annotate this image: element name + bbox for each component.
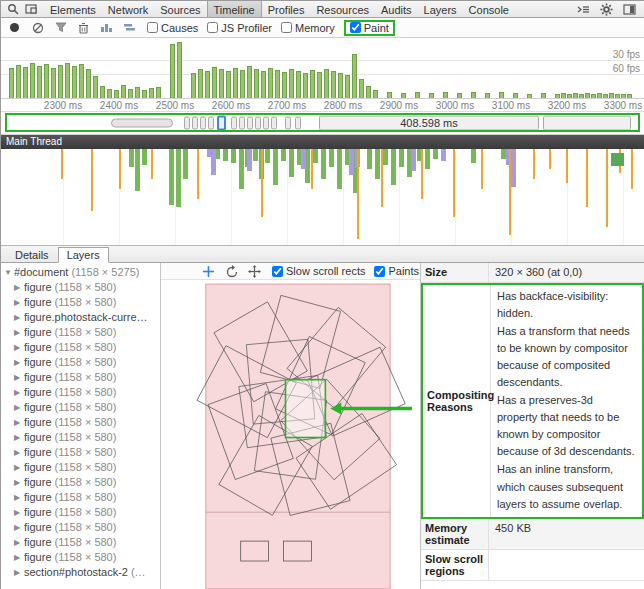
tab-resources[interactable]: Resources [310, 1, 375, 17]
events-view-icon[interactable] [122, 21, 137, 35]
record-dot [10, 23, 19, 32]
frame-segment[interactable] [263, 117, 269, 130]
tab-profiles[interactable]: Profiles [262, 1, 311, 17]
frame-segment[interactable] [543, 116, 631, 131]
compositing-reason: Has an inline transform, which causes su… [497, 461, 636, 512]
frame-segment-selected[interactable] [217, 116, 226, 131]
fps-bar [541, 93, 546, 98]
tree-item-figure[interactable]: ▶figure(1158 × 580) [1, 385, 160, 400]
tree-item-figure[interactable]: ▶figure(1158 × 580) [1, 400, 160, 415]
tree-item-section-photostack-2[interactable]: ▶section#photostack-2(… [1, 565, 160, 580]
tab-details[interactable]: Details [6, 247, 58, 262]
inspect-magnifier-icon[interactable] [5, 2, 20, 16]
clear-icon[interactable] [30, 21, 45, 35]
triangle-right-icon: ▶ [14, 535, 24, 550]
triangle-right-icon: ▶ [14, 550, 24, 565]
tree-item-figure[interactable]: ▶figure(1158 × 580) [1, 325, 160, 340]
tree-item-document[interactable]: ▼#document(1158 × 5275) [1, 265, 160, 280]
checkbox-js-profiler[interactable]: JS Profiler [207, 22, 272, 34]
tab-timeline[interactable]: Timeline [207, 1, 262, 17]
checkbox-causes[interactable]: Causes [147, 22, 198, 34]
checkbox-paints[interactable]: Paints [374, 265, 419, 277]
garbage-collect-icon[interactable] [76, 21, 91, 35]
tab-elements[interactable]: Elements [44, 1, 102, 17]
frame-segment[interactable] [231, 117, 237, 130]
checkbox-memory-input[interactable] [281, 22, 292, 33]
filter-icon[interactable] [53, 21, 68, 35]
frame-lead-segment[interactable] [111, 119, 173, 128]
fps-bar [303, 73, 308, 98]
flame-mark-orange [586, 149, 588, 207]
checkbox-js-profiler-input[interactable] [207, 22, 218, 33]
tree-item-figure[interactable]: ▶figure(1158 × 580) [1, 445, 160, 460]
frame-segment-current[interactable]: 408.598 ms [319, 116, 539, 131]
fps-bar [282, 72, 287, 98]
move-mode-icon[interactable] [247, 264, 262, 278]
pan-mode-icon[interactable] [201, 264, 216, 278]
tab-layers[interactable]: Layers [418, 1, 463, 17]
checkbox-memory[interactable]: Memory [281, 22, 335, 34]
frame-segment[interactable] [255, 117, 261, 130]
frame-segment[interactable] [295, 117, 301, 130]
tab-console[interactable]: Console [463, 1, 515, 17]
checkbox-paints-input[interactable] [374, 266, 385, 277]
frame-segment[interactable] [192, 117, 198, 130]
tree-item-figure[interactable]: ▶figure(1158 × 580) [1, 475, 160, 490]
selected-layer-rect[interactable] [286, 380, 326, 438]
frame-segment[interactable] [200, 117, 206, 130]
fps-bar [387, 92, 392, 98]
checkbox-causes-input[interactable] [147, 22, 158, 33]
tree-item-figure[interactable]: ▶figure(1158 × 580) [1, 430, 160, 445]
tree-item-figure[interactable]: ▶figure(1158 × 580) [1, 280, 160, 295]
triangle-right-icon: ▶ [14, 430, 24, 445]
frame-segment[interactable] [208, 117, 214, 130]
flame-chart[interactable] [1, 149, 644, 246]
flame-mark-green [253, 149, 258, 161]
console-drawer-icon[interactable] [576, 2, 591, 16]
frame-segment[interactable] [271, 117, 277, 130]
frame-segment[interactable] [239, 117, 245, 130]
triangle-right-icon: ▶ [14, 340, 24, 355]
ruler-tick: 2700 ms [268, 99, 306, 112]
prop-value: 450 KB [489, 519, 644, 549]
checkbox-paint[interactable]: Paint [344, 20, 395, 36]
tree-item-figure[interactable]: ▶figure(1158 × 580) [1, 370, 160, 385]
layer-properties: Size320 × 360 (at 0,0)Compositing Reason… [421, 263, 644, 589]
checkbox-paint-input[interactable] [350, 22, 361, 33]
frame-segment[interactable] [247, 117, 253, 130]
tab-layers[interactable]: Layers [58, 247, 109, 263]
tree-item-figure[interactable]: ▶figure(1158 × 580) [1, 535, 160, 550]
frame-segment[interactable] [184, 117, 190, 130]
tree-item-figure[interactable]: ▶figure(1158 × 580) [1, 355, 160, 370]
record-icon[interactable] [7, 21, 22, 35]
tree-item-figure[interactable]: ▶figure(1158 × 580) [1, 415, 160, 430]
layer-canvas-svg[interactable] [161, 280, 420, 589]
fps-bar [114, 90, 119, 98]
fps-bar [573, 93, 578, 98]
frames-strip[interactable]: 408.598 ms [1, 112, 644, 135]
tree-item-figure[interactable]: ▶figure(1158 × 580) [1, 520, 160, 535]
dock-side-icon[interactable] [622, 2, 637, 16]
fps-bar [100, 86, 105, 98]
flame-mark-purple [211, 149, 216, 175]
checkbox-slow-scroll-rects[interactable]: Slow scroll rects [272, 265, 365, 277]
tree-item-figure[interactable]: ▶figure(1158 × 580) [1, 505, 160, 520]
frame-segment[interactable] [285, 117, 291, 130]
tree-item-figure[interactable]: ▶figure(1158 × 580) [1, 295, 160, 310]
layer-canvas[interactable] [161, 280, 420, 589]
tab-audits[interactable]: Audits [375, 1, 418, 17]
tree-item-figure[interactable]: ▶figure(1158 × 580) [1, 340, 160, 355]
fps-bar [527, 94, 532, 98]
tree-item-figure[interactable]: ▶figure(1158 × 580) [1, 550, 160, 565]
device-mode-icon[interactable] [23, 2, 38, 16]
tab-network[interactable]: Network [102, 1, 154, 17]
fps-overview[interactable]: 30 fps 60 fps [1, 38, 644, 99]
tab-sources[interactable]: Sources [154, 1, 206, 17]
checkbox-slow-scroll-rects-input[interactable] [272, 266, 283, 277]
tree-item-figure[interactable]: ▶figure(1158 × 580) [1, 460, 160, 475]
tree-item-figure[interactable]: ▶figure(1158 × 580) [1, 490, 160, 505]
settings-gear-icon[interactable] [599, 2, 614, 16]
frames-view-icon[interactable] [99, 21, 114, 35]
tree-item-figure-photostack-curre[interactable]: ▶figure.photostack-curre… [1, 310, 160, 325]
rotate-mode-icon[interactable] [224, 264, 239, 278]
